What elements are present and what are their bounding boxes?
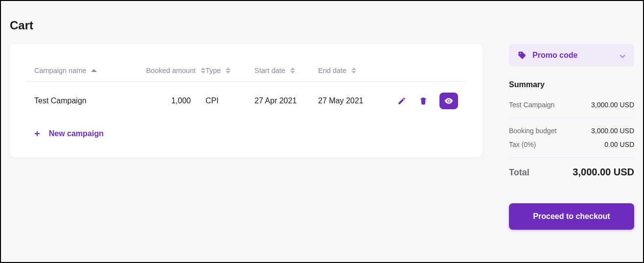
summary-tax-value: 0.00 USD: [604, 141, 634, 148]
col-label: Campaign name: [34, 67, 86, 74]
summary-total-row: Total 3,000.00 USD: [509, 167, 634, 178]
col-campaign-name[interactable]: Campaign name: [34, 67, 137, 74]
cell-booked: 1,000: [137, 96, 206, 105]
page-title: Cart: [10, 19, 634, 32]
cell-type: CPI: [206, 96, 254, 105]
col-label: Type: [206, 67, 221, 74]
new-campaign-label: New campaign: [49, 129, 104, 138]
promo-code-toggle[interactable]: Promo code: [509, 44, 634, 67]
new-campaign-button[interactable]: + New campaign: [26, 120, 466, 139]
summary-item-label: Test Campaign: [509, 101, 554, 109]
summary-item-value: 3,000.00 USD: [591, 101, 634, 109]
tag-icon: [518, 51, 527, 60]
col-booked-amount[interactable]: Booked amount: [137, 67, 206, 74]
divider: [509, 157, 634, 158]
eye-icon: [444, 96, 454, 106]
delete-button[interactable]: [418, 96, 429, 106]
table-row: Test Campaign 1,000 CPI 27 Apr 2021 27 M…: [26, 82, 466, 120]
campaigns-table: Campaign name Booked amount Type Start d…: [26, 59, 466, 139]
col-label: Start date: [254, 67, 285, 74]
col-end-date[interactable]: End date: [318, 67, 382, 74]
summary-budget-label: Booking budget: [509, 127, 556, 135]
summary-tax-label: Tax (0%): [509, 141, 536, 148]
cell-name: Test Campaign: [34, 96, 137, 105]
divider: [509, 118, 634, 118]
summary-sidebar: Promo code Summary Test Campaign 3,000.0…: [509, 44, 634, 230]
sort-icon: [201, 68, 206, 73]
summary-tax-row: Tax (0%) 0.00 USD: [509, 141, 634, 148]
col-type[interactable]: Type: [206, 67, 254, 74]
col-label: End date: [318, 67, 346, 74]
summary-line-item: Test Campaign 3,000.00 USD: [509, 101, 634, 109]
pencil-icon: [397, 96, 406, 105]
summary-budget-row: Booking budget 3,000.00 USD: [509, 127, 634, 135]
chevron-down-icon: [620, 52, 625, 58]
summary-total-label: Total: [509, 167, 529, 178]
plus-icon: +: [34, 129, 40, 139]
promo-label: Promo code: [532, 51, 577, 60]
trash-icon: [419, 96, 428, 105]
col-start-date[interactable]: Start date: [254, 67, 318, 74]
campaigns-card: Campaign name Booked amount Type Start d…: [10, 44, 483, 157]
cell-start: 27 Apr 2021: [254, 96, 318, 105]
summary-total-value: 3,000.00 USD: [573, 167, 634, 178]
edit-button[interactable]: [396, 96, 407, 106]
summary-budget-value: 3,000.00 USD: [591, 127, 634, 135]
view-button[interactable]: [439, 93, 458, 109]
table-header: Campaign name Booked amount Type Start d…: [26, 59, 466, 82]
sort-icon: [226, 68, 230, 73]
sort-icon: [290, 68, 295, 73]
sort-asc-icon: [91, 69, 97, 72]
row-actions: [382, 93, 458, 109]
summary-title: Summary: [509, 80, 634, 89]
checkout-button[interactable]: Proceed to checkout: [509, 203, 634, 230]
cell-end: 27 May 2021: [318, 96, 382, 105]
col-label: Booked amount: [146, 67, 196, 74]
sort-icon: [351, 68, 356, 73]
